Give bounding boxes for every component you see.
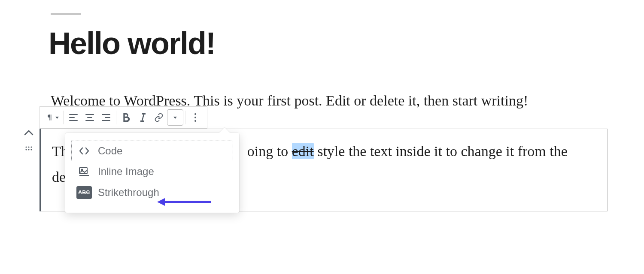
paragraph-text: de	[52, 169, 66, 185]
inline-image-icon	[76, 167, 92, 176]
block-type-button[interactable]	[43, 109, 61, 126]
svg-point-1	[28, 146, 29, 148]
svg-point-16	[194, 117, 196, 118]
more-options-button[interactable]	[187, 109, 204, 126]
align-center-button[interactable]	[82, 109, 98, 126]
svg-point-2	[30, 146, 32, 148]
menu-item-code[interactable]: Code	[71, 141, 233, 161]
block-accent	[39, 129, 41, 211]
chevron-down-icon	[173, 117, 177, 119]
selected-word[interactable]: edit	[292, 143, 314, 159]
formatting-dropdown: Code Inline Image ABC Strikethrough	[65, 133, 239, 213]
menu-item-strikethrough[interactable]: ABC Strikethrough	[71, 182, 233, 203]
italic-button[interactable]	[134, 109, 151, 126]
svg-point-3	[25, 149, 27, 150]
menu-item-label: Strikethrough	[98, 187, 159, 199]
menu-item-inline-image[interactable]: Inline Image	[71, 161, 233, 182]
menu-item-label: Inline Image	[98, 166, 154, 178]
link-button[interactable]	[151, 109, 167, 126]
code-icon	[76, 147, 92, 155]
block-toolbar	[39, 106, 207, 129]
menu-item-label: Code	[98, 145, 122, 157]
move-up-icon[interactable]	[24, 129, 33, 137]
paragraph-text: style the text inside it to change it fr…	[314, 143, 568, 159]
post-title[interactable]: Hello world!	[49, 26, 215, 61]
bold-button[interactable]	[118, 109, 134, 126]
drag-handle-icon[interactable]	[25, 145, 33, 153]
svg-point-5	[30, 149, 32, 150]
align-right-button[interactable]	[98, 109, 114, 126]
title-rule	[51, 13, 81, 15]
align-left-button[interactable]	[65, 109, 82, 126]
more-formatting-button[interactable]	[167, 109, 183, 126]
paragraph-text: oing to	[247, 143, 292, 159]
svg-point-0	[25, 146, 27, 148]
svg-point-15	[194, 113, 196, 115]
strikethrough-icon: ABC	[76, 186, 92, 199]
svg-point-17	[194, 120, 196, 122]
svg-point-4	[28, 149, 29, 150]
block-mover	[24, 129, 33, 153]
chevron-down-icon	[55, 117, 59, 119]
